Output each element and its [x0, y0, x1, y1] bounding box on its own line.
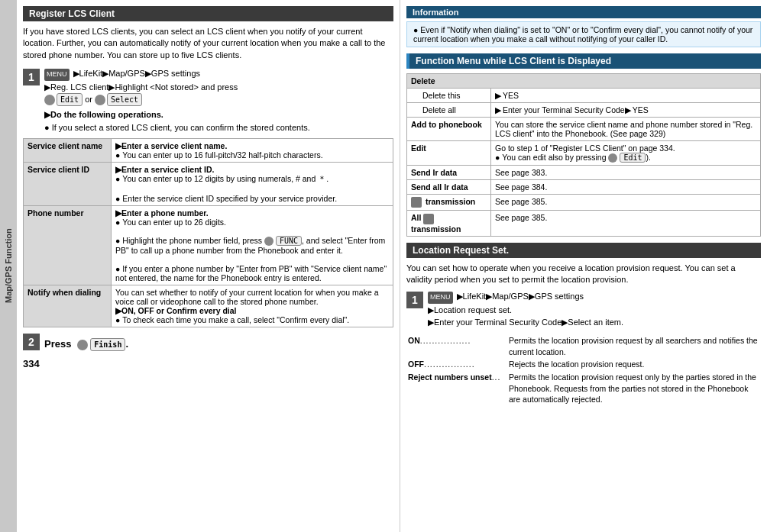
menu-icon: MENU [44, 69, 70, 81]
transmission-row: transmission See page 385. [407, 195, 761, 211]
step1-bullet: If you select a stored LCS client, you c… [44, 121, 393, 134]
left-section-title: Register LCS Client [29, 8, 115, 19]
send-ir-data-content: See page 383. [491, 166, 761, 180]
location-section: Location Request Set. You can set how to… [406, 243, 761, 407]
location-step1-content: MENU ▶LifeKit▶Map/GPS▶GPS settings ▶Loca… [428, 290, 761, 329]
transmission-content: See page 385. [491, 195, 761, 211]
all-transmission-content: See page 385. [491, 211, 761, 236]
service-client-id-content: ▶Enter a service client ID. You can ente… [112, 163, 393, 206]
delete-this-value: YES [491, 89, 761, 103]
reject-value: Permits the location provision request o… [509, 372, 759, 405]
off-key: OFF................. [408, 359, 507, 370]
edit-row: Edit Go to step 1 of "Register LCS Clien… [407, 141, 761, 166]
function-menu-header: Function Menu while LCS Client is Displa… [406, 53, 761, 69]
location-section-header: Location Request Set. [406, 243, 761, 258]
function-menu-table: Delete Delete this YES Delete all Enter … [406, 73, 761, 237]
location-title: Location Request Set. [413, 245, 509, 256]
reject-key: Reject numbers unset... [408, 372, 507, 405]
on-row: ON................. Permits the location… [408, 335, 759, 357]
add-to-phonebook-row: Add to phonebook You can store the servi… [407, 118, 761, 141]
service-client-id-label: Service client ID [24, 163, 112, 206]
reject-row: Reject numbers unset... Permits the loca… [408, 372, 759, 405]
info-header: Information [406, 6, 761, 18]
table-row: Notify when dialing You can set whether … [24, 285, 393, 327]
notify-when-dialing-label: Notify when dialing [24, 285, 112, 327]
instruction-table: Service client name ▶Enter a service cli… [23, 138, 393, 327]
on-value: Permits the location provision request b… [509, 335, 759, 357]
on-off-table: ON................. Permits the location… [406, 334, 761, 407]
left-section-header: Register LCS Client [23, 6, 393, 21]
step2-content: Press Finish. [44, 337, 393, 352]
delete-this-label: Delete this [407, 89, 491, 103]
step1-content: MENU ▶LifeKit▶Map/GPS▶GPS settings ▶Reg.… [44, 67, 393, 134]
delete-all-label: Delete all [407, 103, 491, 118]
info-content: Even if "Notify when dialing" is set to … [406, 21, 761, 47]
step1-number: 1 [23, 69, 40, 85]
step1-container: 1 MENU ▶LifeKit▶Map/GPS▶GPS settings ▶Re… [23, 67, 393, 134]
location-step1-container: 1 MENU ▶LifeKit▶Map/GPS▶GPS settings ▶Lo… [406, 290, 761, 329]
all-transmission-label: All transmission [407, 211, 491, 236]
location-step1-number: 1 [406, 292, 423, 308]
send-ir-data-row: Send Ir data See page 383. [407, 166, 761, 180]
off-value: Rejects the location provision request. [509, 359, 759, 370]
service-client-name-label: Service client name [24, 139, 112, 163]
left-column: Register LCS Client If you have stored L… [17, 0, 400, 532]
page-number: 334 [23, 358, 393, 369]
right-column: Information Even if "Notify when dialing… [400, 0, 767, 532]
edit-label: Edit [407, 141, 491, 166]
service-client-name-content: ▶Enter a service client name. You can en… [112, 139, 393, 163]
delete-all-row: Delete all Enter your Terminal Security … [407, 103, 761, 118]
table-row: Phone number ▶Enter a phone number. You … [24, 206, 393, 285]
step2-container: 2 Press Finish. [23, 332, 393, 352]
send-ir-data-label: Send Ir data [407, 166, 491, 180]
add-to-phonebook-content: You can store the service client name an… [491, 118, 761, 141]
delete-this-row: Delete this YES [407, 89, 761, 103]
information-box: Information Even if "Notify when dialing… [406, 6, 761, 47]
on-key: ON................. [408, 335, 507, 357]
step1-lifekit: ▶LifeKit▶Map/GPS▶GPS settings [73, 69, 200, 78]
info-text: Even if "Notify when dialing" is set to … [413, 25, 754, 44]
delete-all-value: Enter your Terminal Security CodeYES [491, 103, 761, 118]
send-all-ir-data-content: See page 384. [491, 180, 761, 195]
off-row: OFF................. Rejects the locatio… [408, 359, 759, 370]
phone-number-label: Phone number [24, 206, 112, 285]
all-transmission-row: All transmission See page 385. [407, 211, 761, 236]
phone-number-content: ▶Enter a phone number. You can enter up … [112, 206, 393, 285]
sidebar-label: Map/GPS Function [0, 0, 17, 532]
step1-edit-btn: Edit or Select [44, 93, 142, 106]
send-all-ir-data-label: Send all Ir data [407, 180, 491, 195]
delete-header-row: Delete [407, 74, 761, 89]
edit-content: Go to step 1 of "Register LCS Client" on… [491, 141, 761, 166]
step1-do-following: ▶Do the following operations. [44, 110, 163, 119]
send-all-ir-data-row: Send all Ir data See page 384. [407, 180, 761, 195]
transmission-label: transmission [407, 195, 491, 211]
intro-text: If you have stored LCS clients, you can … [23, 26, 393, 61]
menu-icon2: MENU [428, 292, 453, 304]
location-intro: You can set how to operate when you rece… [406, 263, 761, 286]
add-to-phonebook-label: Add to phonebook [407, 118, 491, 141]
step2-number: 2 [23, 334, 40, 350]
main-content: Register LCS Client If you have stored L… [17, 0, 767, 532]
table-row: Service client name ▶Enter a service cli… [24, 139, 393, 163]
notify-when-dialing-content: You can set whether to notify of your cu… [112, 285, 393, 327]
table-row: Service client ID ▶Enter a service clien… [24, 163, 393, 206]
function-menu-title: Function Menu while LCS Client is Displa… [416, 56, 611, 66]
step1-reg: ▶Reg. LCS client▶Highlight <Not stored> … [44, 82, 238, 92]
delete-label: Delete [407, 74, 761, 89]
